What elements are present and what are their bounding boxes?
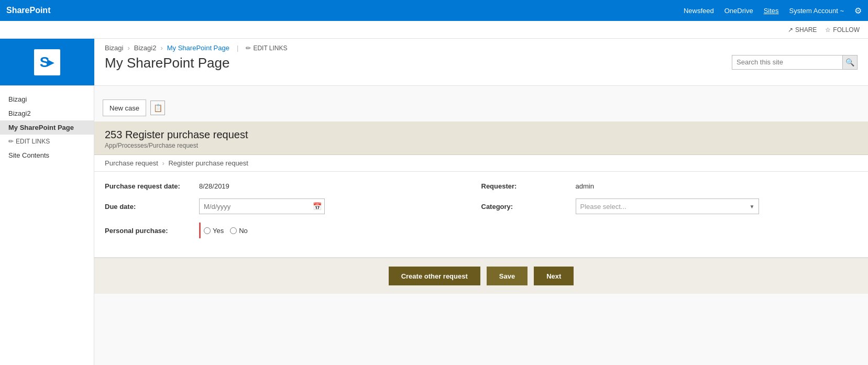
radio-yes-text: Yes: [213, 227, 224, 235]
toolbar-clipboard-icon[interactable]: 📋: [150, 101, 165, 115]
category-label: Category:: [481, 203, 576, 211]
sidebar-item-bizagi[interactable]: Bizagi: [0, 92, 94, 106]
radio-no-input[interactable]: [230, 227, 237, 234]
follow-label: FOLLOW: [833, 26, 860, 34]
search-box: 🔍: [732, 55, 858, 70]
main-content: New case 📋 253 Register purchase request…: [94, 86, 868, 365]
due-date-input[interactable]: [200, 203, 310, 211]
follow-icon: ☆: [825, 26, 831, 34]
follow-action[interactable]: ☆ FOLLOW: [825, 26, 860, 34]
radio-yes-input[interactable]: [204, 227, 211, 234]
form-row-2: Due date: 📅 Category: Please select...: [105, 198, 858, 214]
new-case-button[interactable]: New case: [103, 99, 146, 116]
radio-yes-label[interactable]: Yes: [204, 227, 224, 235]
top-navigation: SharePoint Newsfeed OneDrive Sites Syste…: [0, 0, 868, 21]
sidebar-edit-links-button[interactable]: ✏ EDIT LINKS: [0, 135, 94, 148]
share-icon: ↗: [788, 26, 793, 34]
calendar-icon[interactable]: 📅: [310, 199, 324, 214]
system-account-menu[interactable]: System Account ~: [789, 7, 844, 15]
site-title: My SharePoint Page: [105, 55, 721, 71]
page-layout: Bizagi Bizagi2 My SharePoint Page ✏ EDIT…: [0, 86, 868, 365]
form-breadcrumb: Purchase request › Register purchase req…: [94, 155, 868, 172]
sidebar-item-sharepoint-page[interactable]: My SharePoint Page: [0, 120, 94, 135]
requester-label: Requester:: [481, 182, 576, 190]
radio-no-text: No: [239, 227, 248, 235]
radio-no-label[interactable]: No: [230, 227, 248, 235]
form-breadcrumb-part1: Purchase request: [105, 159, 158, 167]
pencil-icon: ✏: [246, 45, 251, 52]
form-cell-personal-purchase: Personal purchase: Yes No: [105, 223, 858, 238]
form-cell-due-date: Due date: 📅: [105, 198, 481, 214]
header-breadcrumb: Bizagi › Bizagi2 › My SharePoint Page | …: [105, 44, 721, 52]
site-logo: S ▶: [34, 49, 60, 75]
breadcrumb-bizagi[interactable]: Bizagi: [105, 44, 123, 52]
personal-purchase-radio-group: Yes No: [204, 227, 248, 235]
secondary-bar: ↗ SHARE ☆ FOLLOW: [0, 21, 868, 39]
form-breadcrumb-part2: Register purchase request: [168, 159, 248, 167]
form-body: Purchase request date: 8/28/2019 Request…: [94, 172, 868, 257]
form-title: 253 Register purchase request: [105, 129, 858, 141]
site-logo-area: S ▶: [0, 39, 94, 85]
form-header: 253 Register purchase request App/Proces…: [94, 121, 868, 155]
form-area: 253 Register purchase request App/Proces…: [94, 121, 868, 294]
action-bar: Create other request Save Next: [94, 258, 868, 294]
form-cell-requester: Requester: admin: [481, 182, 858, 190]
save-button[interactable]: Save: [487, 267, 528, 285]
breadcrumb-sharepoint-page[interactable]: My SharePoint Page: [167, 44, 229, 52]
toolbar: New case 📋: [94, 94, 868, 121]
site-header-content: Bizagi › Bizagi2 › My SharePoint Page | …: [94, 39, 732, 85]
personal-purchase-label: Personal purchase:: [105, 227, 199, 235]
share-label: SHARE: [795, 26, 817, 34]
required-indicator: [199, 223, 201, 238]
newsfeed-link[interactable]: Newsfeed: [684, 7, 714, 15]
form-row-3: Personal purchase: Yes No: [105, 223, 858, 238]
category-select-wrapper: Please select...: [576, 198, 759, 214]
requester-value: admin: [576, 182, 858, 190]
site-header: S ▶ Bizagi › Bizagi2 › My SharePoint Pag…: [0, 39, 868, 86]
breadcrumb-bizagi2[interactable]: Bizagi2: [134, 44, 157, 52]
header-edit-links-button[interactable]: ✏ EDIT LINKS: [246, 45, 287, 52]
sidebar: Bizagi Bizagi2 My SharePoint Page ✏ EDIT…: [0, 86, 94, 365]
share-action[interactable]: ↗ SHARE: [788, 26, 817, 34]
create-other-request-button[interactable]: Create other request: [389, 267, 480, 285]
settings-icon[interactable]: ⚙: [854, 6, 862, 16]
category-select[interactable]: Please select...: [576, 198, 759, 214]
onedrive-link[interactable]: OneDrive: [724, 7, 753, 15]
sidebar-site-contents[interactable]: Site Contents: [0, 148, 94, 162]
next-button[interactable]: Next: [534, 267, 574, 285]
due-date-label: Due date:: [105, 203, 199, 211]
sidebar-edit-links-label: EDIT LINKS: [16, 138, 50, 145]
form-row-1: Purchase request date: 8/28/2019 Request…: [105, 182, 858, 190]
site-header-right: 🔍: [732, 39, 868, 85]
sidebar-item-bizagi2[interactable]: Bizagi2: [0, 106, 94, 120]
new-case-label: New case: [109, 104, 139, 112]
sidebar-pencil-icon: ✏: [8, 138, 14, 145]
breadcrumb-sep-2: ›: [160, 44, 162, 52]
search-input[interactable]: [732, 58, 842, 66]
search-button[interactable]: 🔍: [842, 56, 857, 69]
purchase-date-label: Purchase request date:: [105, 182, 199, 190]
system-account-label: System Account ~: [789, 7, 844, 15]
top-nav-left: SharePoint: [6, 6, 50, 15]
purchase-date-value: 8/28/2019: [199, 182, 481, 190]
breadcrumb-sep-1: ›: [127, 44, 129, 52]
due-date-input-wrapper: 📅: [199, 198, 325, 214]
logo-arrow: ▶: [47, 57, 54, 68]
edit-links-label: EDIT LINKS: [253, 45, 287, 52]
form-subtitle: App/Processes/Purchase request: [105, 142, 858, 149]
form-breadcrumb-sep: ›: [162, 159, 167, 167]
form-cell-purchase-date: Purchase request date: 8/28/2019: [105, 182, 481, 190]
form-cell-category: Category: Please select...: [481, 198, 858, 214]
clipboard-icon: 📋: [153, 104, 162, 112]
sites-link[interactable]: Sites: [764, 7, 779, 15]
top-nav-right: Newsfeed OneDrive Sites System Account ~…: [684, 6, 862, 16]
sharepoint-brand[interactable]: SharePoint: [6, 6, 50, 15]
